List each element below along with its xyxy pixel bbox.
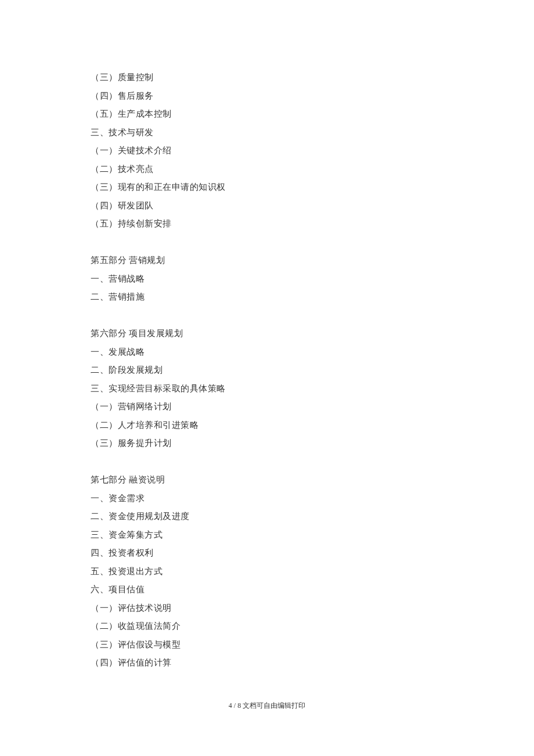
outline-line: 一、资金需求 (91, 489, 445, 508)
blank-line (91, 453, 445, 471)
outline-line: 第五部分 营销规划 (91, 251, 445, 270)
blank-line (91, 233, 445, 252)
document-content: （三）质量控制 （四）售后服务 （五）生产成本控制 三、技术与研发 （一）关键技… (91, 69, 445, 672)
outline-line: （三）质量控制 (91, 69, 445, 87)
outline-line: 三、实现经营目标采取的具体策略 (91, 380, 445, 398)
blank-line (91, 307, 445, 325)
outline-line: 二、阶段发展规划 (91, 361, 445, 380)
page-footer: 4 / 8 文档可自由编辑打印 (0, 701, 534, 711)
outline-line: （三）现有的和正在申请的知识权 (91, 178, 445, 197)
outline-line: 二、营销措施 (91, 288, 445, 307)
outline-line: 一、营销战略 (91, 270, 445, 289)
outline-line: （二）技术亮点 (91, 160, 445, 179)
outline-line: （三）服务提升计划 (91, 434, 445, 453)
outline-line: 第六部分 项目发展规划 (91, 325, 445, 343)
outline-line: （五）生产成本控制 (91, 105, 445, 124)
outline-line: 四、投资者权利 (91, 544, 445, 563)
outline-line: 一、发展战略 (91, 343, 445, 362)
outline-line: 六、项目估值 (91, 581, 445, 599)
outline-line: 二、资金使用规划及进度 (91, 507, 445, 526)
outline-line: （一）营销网络计划 (91, 398, 445, 416)
outline-line: 五、投资退出方式 (91, 563, 445, 581)
outline-line: （一）评估技术说明 (91, 599, 445, 618)
outline-line: （四）研发团队 (91, 197, 445, 215)
outline-line: （五）持续创新安排 (91, 215, 445, 233)
outline-line: 三、资金筹集方式 (91, 526, 445, 545)
outline-line: （二）收益现值法简介 (91, 617, 445, 636)
outline-line: （一）关键技术介绍 (91, 142, 445, 160)
outline-line: 三、技术与研发 (91, 124, 445, 142)
outline-line: （三）评估假设与模型 (91, 636, 445, 654)
outline-line: 第七部分 融资说明 (91, 471, 445, 489)
outline-line: （四）售后服务 (91, 87, 445, 106)
outline-line: （二）人才培养和引进策略 (91, 416, 445, 435)
outline-line: （四）评估值的计算 (91, 654, 445, 672)
